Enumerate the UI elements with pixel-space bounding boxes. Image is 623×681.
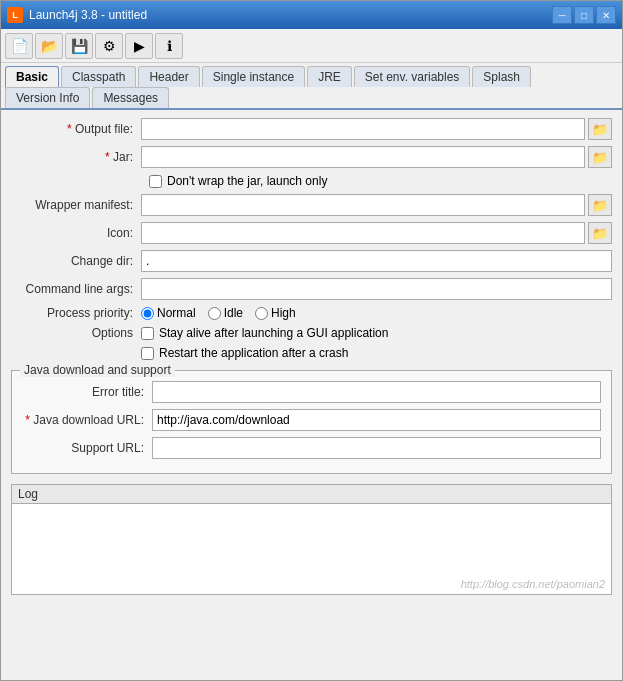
icon-label: Icon: [11, 226, 141, 240]
maximize-button[interactable]: □ [574, 6, 594, 24]
wrapper-manifest-label: Wrapper manifest: [11, 198, 141, 212]
jar-label: * Jar: [11, 150, 141, 164]
options-row-2: Restart the application after a crash [11, 346, 612, 360]
change-dir-label: Change dir: [11, 254, 141, 268]
error-title-label: Error title: [22, 385, 152, 399]
restart-row: Restart the application after a crash [141, 346, 348, 360]
support-url-label: Support URL: [22, 441, 152, 455]
window-title: Launch4j 3.8 - untitled [29, 8, 147, 22]
dont-wrap-checkbox[interactable] [149, 175, 162, 188]
priority-idle-radio[interactable] [208, 307, 221, 320]
priority-normal-label[interactable]: Normal [141, 306, 196, 320]
jar-input[interactable] [141, 146, 585, 168]
jar-row: * Jar: 📁 [11, 146, 612, 168]
tab-version-info[interactable]: Version Info [5, 87, 90, 108]
settings-button[interactable]: ⚙ [95, 33, 123, 59]
priority-high-text: High [271, 306, 296, 320]
options-label: Options [11, 326, 141, 340]
java-download-url-label: * Java download URL: [22, 413, 152, 427]
save-button[interactable]: 💾 [65, 33, 93, 59]
support-url-input[interactable] [152, 437, 601, 459]
tab-single-instance[interactable]: Single instance [202, 66, 305, 87]
error-title-row: Error title: [22, 381, 601, 403]
priority-high-label[interactable]: High [255, 306, 296, 320]
error-title-input[interactable] [152, 381, 601, 403]
title-left: L Launch4j 3.8 - untitled [7, 7, 147, 23]
log-section: Log http://blog.csdn.net/paomian2 [11, 484, 612, 595]
tabs-bar: Basic Classpath Header Single instance J… [1, 63, 622, 110]
change-dir-input[interactable] [141, 250, 612, 272]
restart-checkbox[interactable] [141, 347, 154, 360]
jar-browse[interactable]: 📁 [588, 146, 612, 168]
wrapper-manifest-row: Wrapper manifest: 📁 [11, 194, 612, 216]
tab-messages[interactable]: Messages [92, 87, 169, 108]
tab-basic[interactable]: Basic [5, 66, 59, 89]
watermark: http://blog.csdn.net/paomian2 [461, 578, 605, 590]
command-line-args-row: Command line args: [11, 278, 612, 300]
minimize-button[interactable]: ─ [552, 6, 572, 24]
main-window: L Launch4j 3.8 - untitled ─ □ ✕ 📄 📂 💾 ⚙ … [0, 0, 623, 681]
priority-radio-group: Normal Idle High [141, 306, 296, 320]
support-url-row: Support URL: [22, 437, 601, 459]
change-dir-row: Change dir: [11, 250, 612, 272]
tab-header[interactable]: Header [138, 66, 199, 87]
tab-jre[interactable]: JRE [307, 66, 352, 87]
java-section: Java download and support Error title: *… [11, 370, 612, 474]
tab-splash[interactable]: Splash [472, 66, 531, 87]
tab-set-env-variables[interactable]: Set env. variables [354, 66, 471, 87]
process-priority-row: Process priority: Normal Idle High [11, 306, 612, 320]
priority-idle-label[interactable]: Idle [208, 306, 243, 320]
stay-alive-checkbox[interactable] [141, 327, 154, 340]
app-icon: L [7, 7, 23, 23]
log-body: http://blog.csdn.net/paomian2 [12, 504, 611, 594]
java-download-url-input[interactable] [152, 409, 601, 431]
java-download-url-row: * Java download URL: [22, 409, 601, 431]
stay-alive-label[interactable]: Stay alive after launching a GUI applica… [159, 326, 388, 340]
priority-idle-text: Idle [224, 306, 243, 320]
tab-classpath[interactable]: Classpath [61, 66, 136, 87]
output-file-browse[interactable]: 📁 [588, 118, 612, 140]
new-button[interactable]: 📄 [5, 33, 33, 59]
close-button[interactable]: ✕ [596, 6, 616, 24]
priority-high-radio[interactable] [255, 307, 268, 320]
stay-alive-row: Stay alive after launching a GUI applica… [141, 326, 388, 340]
icon-row: Icon: 📁 [11, 222, 612, 244]
build-button[interactable]: ▶ [125, 33, 153, 59]
process-priority-label: Process priority: [11, 306, 141, 320]
wrapper-manifest-browse[interactable]: 📁 [588, 194, 612, 216]
java-section-title: Java download and support [20, 363, 175, 377]
command-line-args-input[interactable] [141, 278, 612, 300]
about-button[interactable]: ℹ [155, 33, 183, 59]
toolbar: 📄 📂 💾 ⚙ ▶ ℹ [1, 29, 622, 63]
title-buttons: ─ □ ✕ [552, 6, 616, 24]
output-file-input[interactable] [141, 118, 585, 140]
log-header: Log [12, 485, 611, 504]
wrapper-manifest-input[interactable] [141, 194, 585, 216]
output-file-label: * Output file: [11, 122, 141, 136]
command-line-args-label: Command line args: [11, 282, 141, 296]
icon-input[interactable] [141, 222, 585, 244]
dont-wrap-label[interactable]: Don't wrap the jar, launch only [167, 174, 327, 188]
icon-browse[interactable]: 📁 [588, 222, 612, 244]
options-row-1: Options Stay alive after launching a GUI… [11, 326, 612, 340]
priority-normal-radio[interactable] [141, 307, 154, 320]
output-file-row: * Output file: 📁 [11, 118, 612, 140]
open-button[interactable]: 📂 [35, 33, 63, 59]
dont-wrap-row: Don't wrap the jar, launch only [11, 174, 612, 188]
restart-label[interactable]: Restart the application after a crash [159, 346, 348, 360]
priority-normal-text: Normal [157, 306, 196, 320]
main-content: * Output file: 📁 * Jar: 📁 Don't wrap the… [1, 110, 622, 680]
title-bar: L Launch4j 3.8 - untitled ─ □ ✕ [1, 1, 622, 29]
